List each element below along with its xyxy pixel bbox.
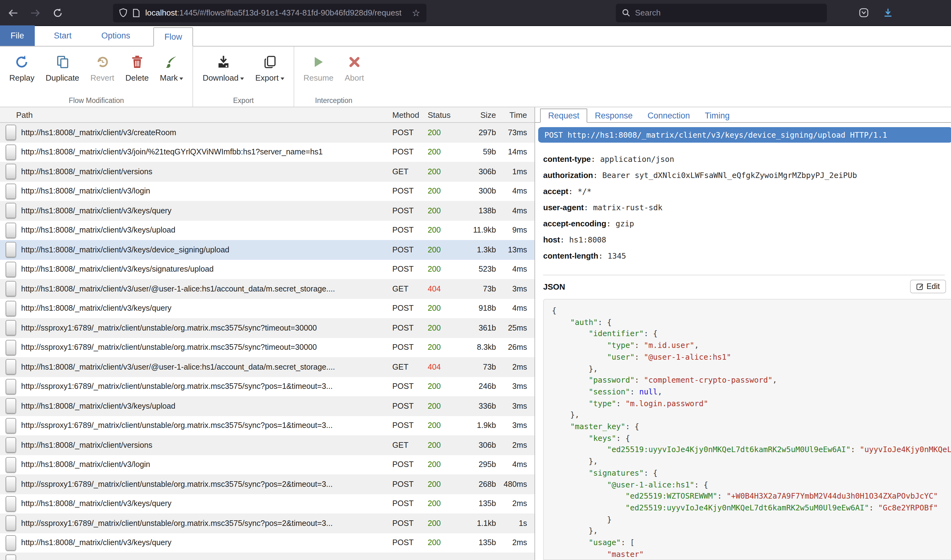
table-row[interactable]: http://hs1:8008/_matrix/client/v3/user/@…: [0, 279, 534, 298]
table-row[interactable]: http://ssproxy1:6789/_matrix/client/unst…: [0, 514, 534, 533]
table-row[interactable]: http://hs1:8008/_matrix/client/v3/keys/u…: [0, 396, 534, 416]
flow-select-button[interactable]: [5, 457, 16, 472]
download-caret-icon: [241, 77, 244, 80]
table-row[interactable]: http://hs1:8008/_matrix/client/v3/keys/s…: [0, 260, 534, 279]
flow-select-button[interactable]: [5, 242, 16, 258]
flow-select-button[interactable]: [5, 515, 16, 531]
flow-select-button[interactable]: [5, 535, 16, 551]
column-size[interactable]: Size: [459, 110, 496, 119]
flow-size: 918b: [459, 304, 496, 313]
json-line: "ed25519:WZTOSREWWM": "+W0B4H3X2a7A9F7Ym…: [552, 491, 951, 502]
flow-select-button[interactable]: [5, 340, 16, 355]
flow-select-button[interactable]: [5, 125, 16, 140]
menu-flow[interactable]: Flow: [153, 27, 193, 46]
table-row[interactable]: http://ssproxy1:6789/_matrix/client/unst…: [0, 338, 534, 357]
abort-button[interactable]: Abort: [339, 51, 370, 97]
column-path[interactable]: Path: [16, 110, 392, 119]
tab-timing[interactable]: Timing: [698, 109, 737, 122]
table-row[interactable]: http://ssproxy1:6789/_matrix/client/unst…: [0, 474, 534, 494]
duplicate-button[interactable]: Duplicate: [40, 51, 85, 97]
table-row[interactable]: http://hs1:8008/_matrix/client/v3/keys/q…: [0, 533, 534, 552]
column-status[interactable]: Status: [428, 110, 459, 119]
flow-select-button[interactable]: [5, 262, 16, 277]
flow-select-button[interactable]: [5, 437, 16, 453]
flow-select-button[interactable]: [5, 555, 16, 560]
table-row[interactable]: http://hs1:8008/_matrix/client/v3/keys/q…: [0, 494, 534, 514]
header-value: : gzip: [606, 219, 634, 228]
download-button[interactable]: Download: [197, 51, 250, 97]
request-first-line[interactable]: POST http://hs1:8008/_matrix/client/v3/k…: [538, 127, 951, 143]
flow-select-button[interactable]: [5, 379, 16, 394]
flow-select-button[interactable]: [5, 164, 16, 180]
flow-select-button[interactable]: [5, 203, 16, 218]
table-row[interactable]: http://hs1:8008/_matrix/client/v3/loginP…: [0, 182, 534, 201]
flow-table: Path Method Status Size Time http://hs1:…: [0, 107, 535, 560]
bookmark-star-icon[interactable]: ☆: [412, 7, 420, 18]
url-bar[interactable]: localhost:1445/#/flows/fba5f13d-91e1-437…: [113, 3, 426, 22]
table-row-partial[interactable]: [0, 552, 534, 560]
table-row[interactable]: http://ssproxy1:6789/_matrix/client/unst…: [0, 416, 534, 435]
flow-path: http://hs1:8008/_matrix/client/v3/join/%…: [21, 148, 392, 157]
flow-path: http://hs1:8008/_matrix/client/v3/keys/q…: [21, 304, 392, 313]
table-row[interactable]: http://ssproxy1:6789/_matrix/client/unst…: [0, 318, 534, 338]
forward-button[interactable]: [26, 3, 45, 22]
table-row[interactable]: http://hs1:8008/_matrix/client/v3/keys/d…: [0, 240, 534, 260]
flow-status: 200: [428, 422, 459, 430]
table-row[interactable]: http://hs1:8008/_matrix/client/v3/loginP…: [0, 455, 534, 474]
export-button[interactable]: Export: [250, 51, 290, 97]
flow-time: 2ms: [496, 538, 534, 547]
flow-select-button[interactable]: [5, 418, 16, 434]
table-row[interactable]: http://hs1:8008/_matrix/client/v3/user/@…: [0, 357, 534, 377]
flow-select-button[interactable]: [5, 477, 16, 492]
table-row[interactable]: http://hs1:8008/_matrix/client/v3/keys/q…: [0, 201, 534, 220]
flow-table-header[interactable]: Path Method Status Size Time: [0, 107, 534, 123]
flow-path: http://hs1:8008/_matrix/client/v3/keys/s…: [21, 265, 392, 274]
resume-button[interactable]: Resume: [298, 51, 339, 97]
column-method[interactable]: Method: [392, 110, 428, 119]
edit-button[interactable]: Edit: [910, 280, 946, 293]
header-line: user-agent: matrix-rust-sdk: [543, 203, 946, 212]
abort-x-icon: [348, 54, 361, 70]
flow-select-button[interactable]: [5, 301, 16, 316]
flow-select-button[interactable]: [5, 496, 16, 512]
reload-button[interactable]: [48, 3, 67, 22]
back-button[interactable]: [4, 3, 22, 22]
json-line: "type": "m.login.password": [552, 398, 951, 409]
table-row[interactable]: http://ssproxy1:6789/_matrix/client/unst…: [0, 377, 534, 396]
flow-time: 9ms: [496, 226, 534, 235]
flow-status: 200: [428, 324, 459, 332]
flow-select-button[interactable]: [5, 398, 16, 414]
flow-select-button[interactable]: [5, 223, 16, 238]
flow-select-button[interactable]: [5, 320, 16, 336]
menu-options[interactable]: Options: [91, 25, 141, 46]
flow-select-button[interactable]: [5, 145, 16, 160]
json-body[interactable]: { "auth": { "identifier": { "type": "m.i…: [543, 299, 951, 560]
browser-toolbar: localhost:1445/#/flows/fba5f13d-91e1-437…: [0, 0, 951, 26]
table-row[interactable]: http://hs1:8008/_matrix/client/versionsG…: [0, 435, 534, 455]
menu-file[interactable]: File: [0, 25, 35, 46]
tab-response[interactable]: Response: [588, 109, 640, 122]
flow-status: 200: [428, 519, 459, 528]
flow-select-button[interactable]: [5, 359, 16, 375]
flow-select-button[interactable]: [5, 281, 16, 297]
menu-start[interactable]: Start: [43, 25, 82, 46]
table-row[interactable]: http://hs1:8008/_matrix/client/versionsG…: [0, 162, 534, 182]
search-bar[interactable]: Search: [616, 3, 827, 22]
replay-button[interactable]: Replay: [4, 51, 40, 97]
downloads-icon[interactable]: [883, 8, 893, 17]
table-row[interactable]: http://hs1:8008/_matrix/client/v3/keys/q…: [0, 298, 534, 318]
revert-button[interactable]: Revert: [85, 51, 120, 97]
header-line: content-length: 1345: [543, 251, 946, 260]
flow-select-button[interactable]: [5, 183, 16, 199]
delete-button[interactable]: Delete: [120, 51, 154, 97]
table-row[interactable]: http://hs1:8008/_matrix/client/v3/create…: [0, 123, 534, 142]
tab-connection[interactable]: Connection: [640, 109, 698, 122]
tab-request[interactable]: Request: [540, 109, 588, 123]
table-row[interactable]: http://hs1:8008/_matrix/client/v3/join/%…: [0, 142, 534, 162]
table-row[interactable]: http://hs1:8008/_matrix/client/v3/keys/u…: [0, 220, 534, 240]
json-line: "auth": {: [552, 317, 951, 328]
column-time[interactable]: Time: [496, 110, 534, 119]
flow-method: POST: [392, 148, 428, 157]
mark-button[interactable]: Mark: [154, 51, 189, 97]
pocket-icon[interactable]: [859, 8, 868, 17]
